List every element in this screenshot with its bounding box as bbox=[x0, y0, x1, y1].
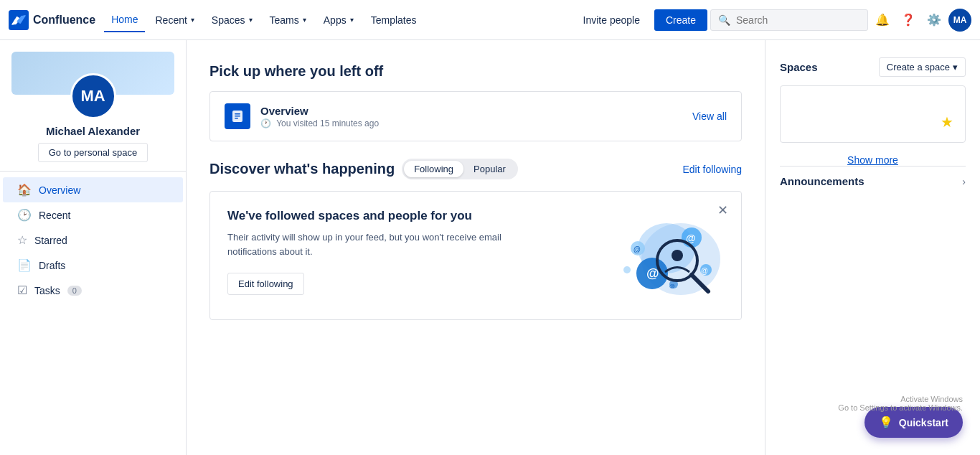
svg-rect-3 bbox=[235, 116, 240, 117]
tasks-icon: ☑ bbox=[17, 283, 27, 297]
tab-group: Following Popular bbox=[402, 159, 518, 179]
overview-doc-title: Overview bbox=[260, 105, 379, 117]
tasks-badge: 0 bbox=[67, 286, 82, 296]
nav-teams[interactable]: Teams ▾ bbox=[263, 9, 314, 32]
teams-chevron-icon: ▾ bbox=[303, 16, 306, 24]
spaces-header: Spaces Create a space ▾ bbox=[780, 57, 966, 77]
create-space-button[interactable]: Create a space ▾ bbox=[879, 57, 966, 77]
sidebar-item-overview-label: Overview bbox=[39, 184, 80, 196]
show-more-link[interactable]: Show more bbox=[780, 154, 966, 166]
apps-chevron-icon: ▾ bbox=[350, 16, 354, 24]
go-to-personal-space-button[interactable]: Go to personal space bbox=[38, 143, 149, 162]
followed-card: We've followed spaces and people for you… bbox=[209, 191, 742, 320]
discover-header: Discover what's happening Following Popu… bbox=[209, 159, 742, 179]
svg-text:@: @ bbox=[633, 245, 641, 253]
nav-templates[interactable]: Templates bbox=[364, 9, 424, 32]
followed-card-left: We've followed spaces and people for you… bbox=[227, 209, 514, 295]
sidebar-item-tasks[interactable]: ☑ Tasks 0 bbox=[3, 278, 183, 303]
profile-avatar: MA bbox=[70, 73, 116, 119]
tab-following[interactable]: Following bbox=[404, 161, 463, 177]
sidebar-item-recent[interactable]: 🕑 Recent bbox=[3, 202, 183, 228]
svg-text:@: @ bbox=[646, 266, 659, 281]
doc-icon bbox=[225, 103, 250, 129]
settings-button[interactable]: ⚙️ bbox=[923, 9, 946, 32]
followed-card-desc: Their activity will show up in your feed… bbox=[227, 230, 514, 258]
pick-up-left: Overview 🕐 You visited 15 minutes ago bbox=[225, 103, 379, 129]
navbar: Confluence Home Recent ▾ Spaces ▾ Teams … bbox=[0, 0, 980, 40]
quickstart-button[interactable]: 💡 Quickstart bbox=[864, 407, 963, 438]
svg-rect-2 bbox=[235, 113, 240, 115]
create-space-label: Create a space bbox=[887, 62, 950, 72]
edit-following-button[interactable]: Edit following bbox=[227, 273, 304, 295]
sidebar-profile: MA Michael Alexander Go to personal spac… bbox=[0, 40, 186, 172]
edit-following-link[interactable]: Edit following bbox=[683, 164, 743, 175]
pick-up-title: Pick up where you left off bbox=[209, 63, 742, 80]
announcements-header[interactable]: Announcements › bbox=[780, 166, 966, 196]
svg-text:@: @ bbox=[669, 283, 675, 289]
doc-svg bbox=[230, 109, 245, 123]
pick-up-time: You visited 15 minutes ago bbox=[276, 118, 379, 128]
page-layout: MA Michael Alexander Go to personal spac… bbox=[0, 40, 980, 455]
nav-apps[interactable]: Apps ▾ bbox=[316, 9, 361, 32]
tab-popular[interactable]: Popular bbox=[463, 161, 516, 177]
svg-rect-4 bbox=[235, 118, 238, 119]
discover-title: Discover what's happening bbox=[209, 161, 395, 177]
profile-name: Michael Alexander bbox=[46, 125, 140, 137]
search-icon: 🔍 bbox=[718, 14, 730, 26]
help-button[interactable]: ❓ bbox=[897, 9, 920, 32]
quickstart-label: Quickstart bbox=[899, 417, 948, 428]
sidebar: MA Michael Alexander Go to personal spac… bbox=[0, 40, 187, 455]
notifications-button[interactable]: 🔔 bbox=[871, 9, 894, 32]
view-all-link[interactable]: View all bbox=[692, 111, 727, 122]
pick-up-meta: 🕐 You visited 15 minutes ago bbox=[260, 118, 379, 128]
create-space-chevron-icon: ▾ bbox=[953, 62, 958, 72]
recent-chevron-icon: ▾ bbox=[191, 16, 194, 24]
pick-up-card: Overview 🕐 You visited 15 minutes ago Vi… bbox=[209, 91, 742, 141]
pick-up-info: Overview 🕐 You visited 15 minutes ago bbox=[260, 105, 379, 128]
svg-point-12 bbox=[623, 266, 631, 273]
star-icon: ☆ bbox=[17, 233, 27, 247]
right-panel: Spaces Create a space ▾ ★ Show more Anno… bbox=[765, 40, 980, 455]
main-content: Pick up where you left off Overview 🕐 Yo bbox=[187, 40, 765, 455]
logo[interactable]: Confluence bbox=[9, 10, 95, 30]
sidebar-item-drafts[interactable]: 📄 Drafts bbox=[3, 253, 183, 278]
close-button[interactable]: ✕ bbox=[712, 200, 732, 220]
search-input[interactable] bbox=[736, 14, 860, 26]
starred-space-icon: ★ bbox=[941, 113, 953, 131]
drafts-icon: 📄 bbox=[17, 258, 32, 272]
sidebar-item-tasks-label: Tasks bbox=[34, 285, 60, 296]
sidebar-nav: 🏠 Overview 🕑 Recent ☆ Starred 📄 Drafts ☑… bbox=[0, 172, 186, 309]
create-button[interactable]: Create bbox=[654, 9, 707, 31]
search-bar[interactable]: 🔍 bbox=[710, 9, 868, 31]
followed-illustration: @ @ @ @ @ bbox=[595, 209, 724, 302]
announcements-chevron-icon: › bbox=[962, 176, 966, 187]
nav-recent[interactable]: Recent ▾ bbox=[148, 9, 201, 32]
invite-people-button[interactable]: Invite people bbox=[572, 9, 651, 31]
sidebar-item-drafts-label: Drafts bbox=[39, 260, 65, 271]
announcements-title: Announcements bbox=[780, 175, 864, 187]
sidebar-item-starred[interactable]: ☆ Starred bbox=[3, 228, 183, 253]
spaces-title: Spaces bbox=[780, 61, 818, 73]
confluence-logo-icon bbox=[9, 10, 29, 30]
user-avatar[interactable]: MA bbox=[948, 9, 971, 32]
sidebar-item-starred-label: Starred bbox=[34, 235, 67, 246]
recent-icon: 🕑 bbox=[17, 208, 32, 222]
svg-text:@: @ bbox=[701, 267, 708, 275]
logo-text: Confluence bbox=[33, 14, 95, 27]
sidebar-item-overview[interactable]: 🏠 Overview bbox=[3, 177, 183, 202]
svg-point-20 bbox=[672, 250, 683, 261]
nav-spaces[interactable]: Spaces ▾ bbox=[204, 9, 260, 32]
nav-home[interactable]: Home bbox=[104, 8, 145, 32]
spaces-chevron-icon: ▾ bbox=[249, 16, 253, 24]
clock-icon: 🕐 bbox=[260, 118, 271, 128]
quickstart-bulb-icon: 💡 bbox=[879, 416, 893, 429]
followed-card-title: We've followed spaces and people for you bbox=[227, 209, 514, 223]
sidebar-item-recent-label: Recent bbox=[39, 210, 70, 221]
spaces-content: ★ bbox=[780, 85, 966, 143]
home-icon: 🏠 bbox=[17, 183, 32, 197]
